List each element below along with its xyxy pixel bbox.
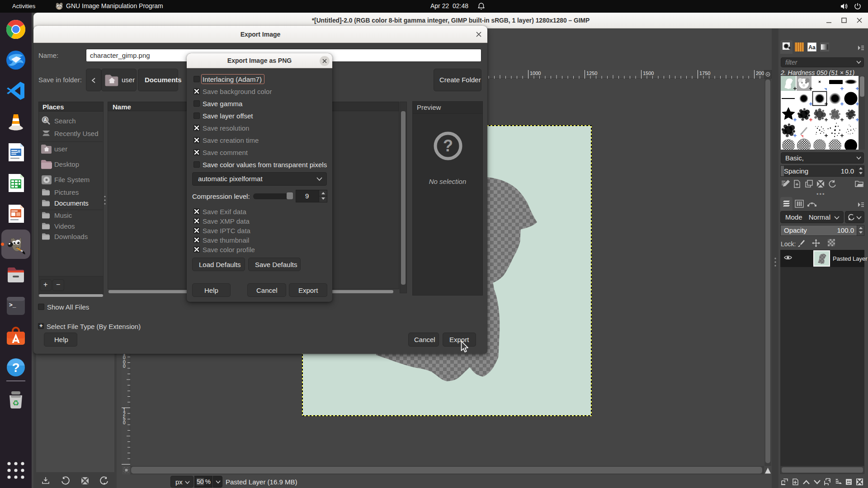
svg-text:>_: >_	[9, 302, 16, 309]
svg-text:?: ?	[12, 361, 19, 375]
svg-text:A: A	[43, 117, 47, 122]
svg-text:Aa: Aa	[808, 44, 816, 51]
svg-text:?: ?	[443, 136, 453, 155]
svg-text:♻: ♻	[12, 399, 19, 408]
